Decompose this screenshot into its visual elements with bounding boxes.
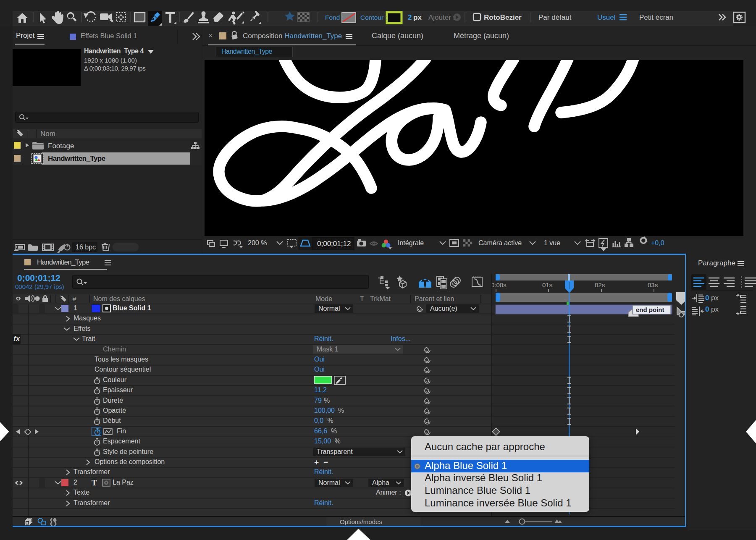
svg-text:RotoBezier: RotoBezier [484,13,522,21]
svg-text:Usuel: Usuel [597,13,615,21]
svg-text:+0,0: +0,0 [651,239,664,246]
svg-text:1 vue: 1 vue [544,239,560,246]
svg-text:#: # [73,295,76,302]
svg-text:Petit écran: Petit écran [639,13,673,21]
svg-text:200 %: 200 % [248,239,267,246]
svg-text:px: px [413,13,422,21]
svg-text:Contour :: Contour : [360,14,387,21]
svg-text:Ajouter :: Ajouter : [428,13,455,21]
svg-text:03s: 03s [648,281,658,288]
svg-text:02s: 02s [595,281,605,288]
svg-text:Intégrale: Intégrale [398,239,424,246]
svg-text:Par défaut: Par défaut [538,13,572,21]
svg-text:0:00s: 0:00s [492,281,507,288]
svg-text:0;00;01;12: 0;00;01;12 [317,240,351,248]
svg-text:Fond :: Fond : [325,14,344,21]
svg-text:end point: end point [636,306,664,313]
svg-text:16 bpc: 16 bpc [76,244,96,251]
svg-text:01s: 01s [542,281,552,288]
svg-text:2: 2 [408,13,412,21]
svg-text:Caméra active: Caméra active [478,239,522,246]
